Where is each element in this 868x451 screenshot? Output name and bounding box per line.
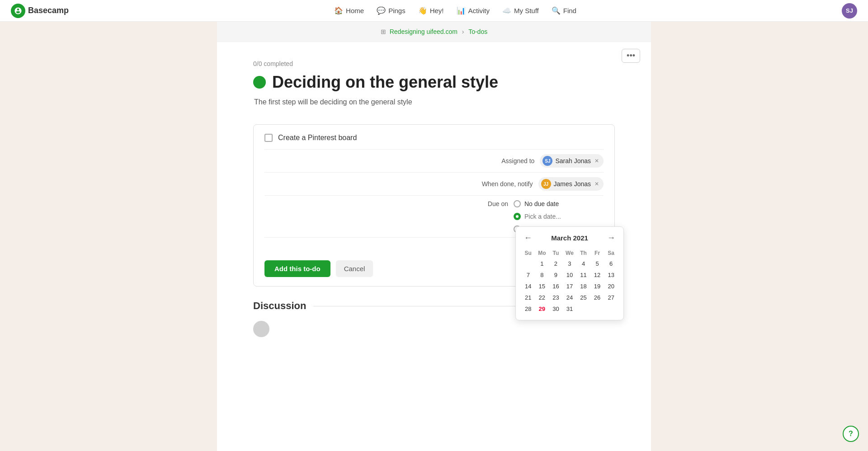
cal-day-we: We — [563, 248, 577, 258]
cal-day-th: Th — [576, 248, 590, 258]
todo-header: 0/0 completed Deciding on the general st… — [217, 42, 651, 115]
calendar-day[interactable]: 19 — [590, 281, 604, 292]
cancel-button[interactable]: Cancel — [336, 260, 373, 277]
discussion-avatar — [253, 321, 269, 337]
remove-notify-button[interactable]: ✕ — [594, 181, 599, 187]
add-todo-button[interactable]: Add this to-do — [264, 260, 330, 277]
calendar-day[interactable]: 11 — [576, 269, 590, 281]
calendar-day[interactable]: 2 — [549, 258, 563, 269]
calendar-day — [576, 303, 590, 315]
find-icon: 🔍 — [552, 6, 561, 15]
calendar-day[interactable]: 29 — [535, 303, 549, 315]
calendar-day — [590, 303, 604, 315]
calendar-day — [521, 258, 535, 269]
mystuff-icon: ☁️ — [502, 6, 511, 15]
pings-icon: 💬 — [377, 6, 386, 15]
cal-day-sa: Sa — [604, 248, 618, 258]
task-form: Create a Pinterest board Assigned to SJ … — [253, 124, 615, 287]
calendar-day[interactable]: 27 — [604, 292, 618, 303]
assigned-to-row: Assigned to SJ Sarah Jonas ✕ — [264, 149, 604, 172]
page-wrapper: ⊞ Redesigning uifeed.com › To-dos ••• 0/… — [0, 0, 868, 451]
calendar-day[interactable]: 26 — [590, 292, 604, 303]
calendar-day[interactable]: 16 — [549, 281, 563, 292]
breadcrumb: ⊞ Redesigning uifeed.com › To-dos — [217, 22, 651, 42]
calendar-day[interactable]: 25 — [576, 292, 590, 303]
breadcrumb-icon: ⊞ — [381, 28, 386, 35]
remove-assigned-button[interactable]: ✕ — [594, 158, 599, 164]
calendar-day[interactable]: 8 — [535, 269, 549, 281]
cal-day-tu: Tu — [549, 248, 563, 258]
calendar-day[interactable]: 31 — [563, 303, 577, 315]
breadcrumb-section-link[interactable]: To-dos — [468, 28, 487, 35]
user-avatar[interactable]: SJ — [842, 3, 857, 19]
calendar-day[interactable]: 9 — [549, 269, 563, 281]
calendar-day[interactable]: 12 — [590, 269, 604, 281]
calendar-next-button[interactable]: → — [604, 232, 618, 244]
calendar-day[interactable]: 28 — [521, 303, 535, 315]
calendar-day[interactable]: 30 — [549, 303, 563, 315]
nav-mystuff[interactable]: ☁️ My Stuff — [502, 6, 539, 15]
calendar-day[interactable]: 10 — [563, 269, 577, 281]
sarah-jonas-avatar: SJ — [542, 156, 552, 166]
nav-hey[interactable]: 👋 Hey! — [418, 6, 444, 15]
calendar-popup: ← March 2021 → Su Mo Tu — [515, 226, 624, 320]
cal-day-mo: Mo — [535, 248, 549, 258]
calendar-day[interactable]: 7 — [521, 269, 535, 281]
sarah-jonas-name: Sarah Jonas — [555, 157, 591, 164]
todo-list-title: Deciding on the general style — [272, 73, 498, 92]
calendar-day[interactable]: 18 — [576, 281, 590, 292]
calendar-day[interactable]: 13 — [604, 269, 618, 281]
nav-home[interactable]: 🏠 Home — [334, 6, 364, 15]
no-due-date-option[interactable]: No due date — [514, 200, 604, 207]
calendar-day[interactable]: 22 — [535, 292, 549, 303]
todo-title-row: Deciding on the general style — [253, 73, 615, 92]
calendar-day[interactable]: 3 — [563, 258, 577, 269]
nav-right: SJ — [842, 3, 857, 19]
nav-pings[interactable]: 💬 Pings — [377, 6, 406, 15]
calendar-day[interactable]: 24 — [563, 292, 577, 303]
calendar-day[interactable]: 20 — [604, 281, 618, 292]
calendar-day[interactable]: 1 — [535, 258, 549, 269]
todo-list-subtitle: The first step will be deciding on the g… — [254, 98, 615, 106]
help-button[interactable]: ? — [843, 426, 859, 442]
top-nav: Basecamp 🏠 Home 💬 Pings 👋 Hey! 📊 Activit… — [0, 0, 868, 22]
nav-find[interactable]: 🔍 Find — [552, 6, 576, 15]
no-due-date-radio[interactable] — [514, 200, 521, 207]
calendar-day[interactable]: 5 — [590, 258, 604, 269]
completed-count: 0/0 completed — [253, 60, 615, 67]
notify-person-tag: JJ James Jonas ✕ — [538, 177, 604, 191]
assigned-person-tag: SJ Sarah Jonas ✕ — [540, 154, 604, 168]
notify-row: When done, notify JJ James Jonas ✕ — [264, 172, 604, 195]
task-checkbox[interactable] — [264, 134, 273, 142]
calendar-day[interactable]: 21 — [521, 292, 535, 303]
calendar-header: ← March 2021 → — [521, 232, 618, 244]
discussion-preview — [253, 321, 615, 337]
pick-date-option[interactable]: ← March 2021 → Su Mo Tu — [514, 212, 604, 221]
due-on-label: Due on — [458, 200, 508, 207]
calendar-grid: Su Mo Tu We Th Fr Sa — [521, 248, 618, 315]
calendar-day[interactable]: 23 — [549, 292, 563, 303]
james-jonas-name: James Jonas — [554, 180, 591, 188]
calendar-day[interactable]: 6 — [604, 258, 618, 269]
todo-list-color-dot — [253, 76, 266, 89]
date-input[interactable] — [524, 212, 604, 221]
due-on-radio-group: No due date ← March 2021 — [514, 200, 604, 233]
hey-icon: 👋 — [418, 6, 427, 15]
nav-activity[interactable]: 📊 Activity — [457, 6, 490, 15]
activity-icon: 📊 — [457, 6, 466, 15]
nav-center: 🏠 Home 💬 Pings 👋 Hey! 📊 Activity ☁️ My S… — [334, 6, 576, 15]
calendar-prev-button[interactable]: ← — [521, 232, 535, 244]
breadcrumb-separator: › — [462, 28, 464, 35]
app-name: Basecamp — [28, 6, 69, 15]
calendar-day — [604, 303, 618, 315]
calendar-day[interactable]: 14 — [521, 281, 535, 292]
pick-date-radio[interactable] — [514, 213, 521, 220]
three-dot-menu-button[interactable]: ••• — [622, 49, 640, 63]
calendar-day[interactable]: 17 — [563, 281, 577, 292]
calendar-day[interactable]: 15 — [535, 281, 549, 292]
assigned-to-label: Assigned to — [485, 157, 534, 164]
task-row: Create a Pinterest board — [264, 134, 604, 142]
content-card: ⊞ Redesigning uifeed.com › To-dos ••• 0/… — [217, 22, 651, 451]
breadcrumb-project-link[interactable]: Redesigning uifeed.com — [390, 28, 458, 35]
calendar-day[interactable]: 4 — [576, 258, 590, 269]
